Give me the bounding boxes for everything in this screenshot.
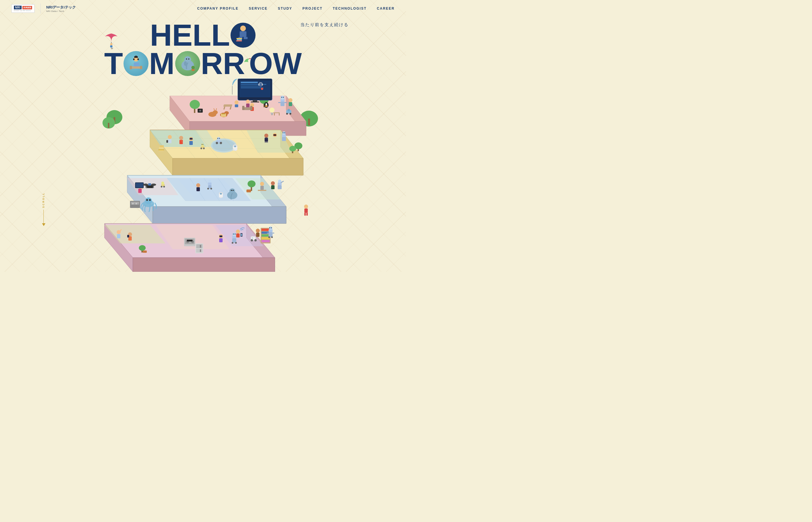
svg-rect-113: [265, 138, 268, 142]
nav-service[interactable]: SERVICE: [249, 6, 268, 11]
svg-point-8: [110, 43, 112, 45]
svg-rect-256: [196, 244, 202, 248]
svg-rect-82: [281, 102, 285, 106]
svg-rect-89: [271, 114, 273, 115]
svg-rect-179: [258, 190, 266, 191]
svg-rect-16: [140, 66, 142, 69]
svg-rect-115: [273, 134, 276, 136]
svg-rect-184: [278, 185, 282, 189]
svg-point-267: [143, 184, 148, 186]
svg-point-79: [281, 96, 285, 100]
title-m: M: [149, 48, 175, 79]
svg-rect-60: [241, 86, 260, 86]
umbrella-svg: [104, 34, 119, 49]
svg-rect-146: [158, 149, 164, 150]
logo-area: NRI 未来創発 Dream up the future. NRIデータiテック…: [11, 3, 76, 14]
svg-point-168: [220, 193, 222, 195]
svg-rect-84: [285, 102, 287, 103]
svg-rect-6: [236, 38, 242, 39]
svg-marker-207: [133, 258, 275, 272]
svg-point-196: [163, 186, 165, 187]
title-h: H: [150, 20, 172, 51]
svg-rect-58: [241, 82, 258, 83]
svg-rect-70: [246, 103, 250, 107]
nav-project[interactable]: PROJECT: [302, 6, 323, 11]
svg-rect-176: [247, 189, 251, 192]
title-w: W: [273, 48, 302, 79]
svg-point-120: [284, 132, 285, 133]
svg-point-127: [203, 144, 204, 145]
svg-rect-63: [258, 84, 259, 85]
svg-rect-66: [253, 100, 257, 102]
title-r: R: [201, 48, 223, 79]
svg-point-253: [232, 242, 233, 244]
svg-rect-236: [262, 240, 270, 242]
svg-point-247: [271, 236, 273, 238]
hello-line: H E L L: [104, 20, 302, 51]
svg-rect-29: [308, 119, 310, 125]
svg-point-268: [151, 184, 156, 186]
illustration-wrapper: SCROLL: [0, 73, 406, 272]
svg-rect-12: [137, 58, 139, 60]
svg-point-37: [234, 100, 238, 104]
svg-rect-96: [288, 109, 290, 111]
svg-point-177: [260, 182, 264, 186]
svg-point-158: [196, 183, 200, 187]
svg-rect-220: [241, 234, 242, 236]
hero-subtitle: 当たり前を支え続ける: [301, 22, 349, 27]
svg-point-175: [248, 180, 255, 187]
svg-point-0: [240, 25, 246, 31]
svg-point-94: [286, 113, 288, 115]
svg-rect-91: [274, 113, 275, 116]
title-o2-circle: [123, 51, 149, 76]
svg-rect-238: [256, 233, 259, 237]
svg-point-191: [145, 198, 152, 204]
svg-rect-9: [110, 45, 112, 47]
svg-rect-274: [304, 213, 306, 216]
nav-study[interactable]: STUDY: [278, 6, 292, 11]
svg-point-20: [188, 58, 189, 60]
svg-rect-34: [223, 104, 232, 107]
svg-rect-3: [244, 37, 248, 39]
svg-point-23: [191, 66, 195, 69]
svg-point-202: [132, 203, 134, 204]
svg-rect-137: [168, 139, 172, 143]
nav-technologist[interactable]: TECHNOLOGIST: [333, 6, 367, 11]
svg-rect-142: [190, 138, 193, 140]
nav-company-profile[interactable]: COMPANY PROFILE: [197, 6, 239, 11]
svg-rect-5: [237, 39, 242, 40]
svg-rect-218: [236, 234, 239, 238]
svg-marker-150: [153, 206, 286, 224]
svg-point-81: [283, 97, 284, 98]
svg-rect-86: [289, 102, 292, 106]
svg-rect-178: [260, 186, 264, 190]
svg-rect-11: [133, 58, 135, 60]
svg-point-76: [266, 103, 267, 105]
svg-point-161: [208, 180, 211, 183]
svg-point-193: [149, 199, 151, 201]
svg-rect-262: [143, 250, 147, 253]
svg-point-251: [234, 234, 236, 235]
svg-rect-259: [200, 249, 201, 252]
svg-marker-100: [173, 158, 303, 175]
svg-point-110: [216, 142, 218, 144]
svg-rect-264: [219, 236, 222, 237]
t-with-umbrella: T: [104, 48, 123, 79]
svg-point-126: [201, 144, 202, 145]
svg-point-171: [229, 188, 235, 194]
svg-rect-64: [262, 84, 263, 85]
svg-rect-270: [146, 186, 147, 188]
svg-point-192: [146, 199, 148, 201]
svg-rect-116: [265, 142, 268, 143]
title-r2: R: [223, 48, 245, 79]
svg-point-272: [304, 204, 308, 208]
svg-rect-145: [160, 145, 164, 147]
svg-rect-212: [117, 234, 120, 238]
scroll-arrowhead: [42, 223, 45, 226]
main-nav: COMPANY PROFILE SERVICE STUDY PROJECT TE…: [197, 6, 395, 11]
svg-point-139: [179, 136, 183, 140]
nav-career[interactable]: CAREER: [377, 6, 395, 11]
svg-point-254: [235, 242, 237, 244]
svg-point-229: [251, 239, 253, 241]
svg-rect-269: [148, 183, 151, 185]
